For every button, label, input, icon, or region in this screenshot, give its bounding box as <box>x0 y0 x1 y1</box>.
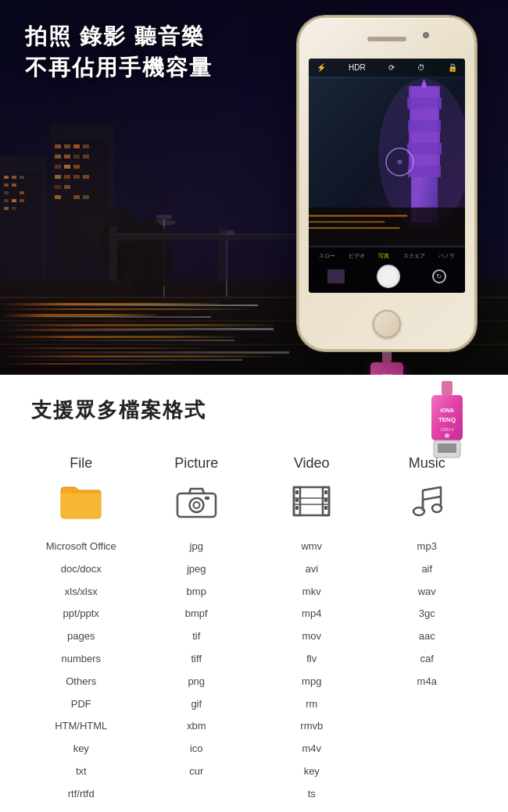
svg-rect-29 <box>64 175 70 179</box>
hero-section: 拍照 錄影 聽音樂 不再佔用手機容量 ⚡ HDR ⟳ <box>0 0 508 375</box>
format-item: rtf/rtfd <box>27 783 135 806</box>
svg-rect-87 <box>309 227 400 229</box>
format-item: bmpf <box>143 603 251 625</box>
svg-rect-18 <box>64 144 70 148</box>
format-item: aac <box>374 625 481 648</box>
svg-rect-55 <box>0 359 242 361</box>
music-icon <box>406 483 449 520</box>
svg-rect-54 <box>0 351 289 354</box>
svg-rect-46 <box>0 336 234 338</box>
svg-rect-62 <box>145 258 152 297</box>
format-item: gif <box>143 693 251 716</box>
format-item: caf <box>374 648 481 671</box>
format-item: txt <box>27 760 135 783</box>
svg-rect-9 <box>20 191 24 194</box>
format-section: File Microsoft Office doc/docx xls/xlsx … <box>0 455 508 812</box>
file-col-header: File <box>59 455 102 520</box>
svg-point-99 <box>189 498 203 512</box>
mode-pano: パノラ <box>438 252 455 260</box>
svg-rect-35 <box>73 195 80 199</box>
format-item: pages <box>27 625 135 648</box>
svg-rect-44 <box>0 324 274 326</box>
svg-rect-14 <box>12 207 16 210</box>
usb-body: iONA TENQ USB2.0 <box>370 362 403 375</box>
shutter-button[interactable] <box>377 265 400 288</box>
camera-ui: ⚡ HDR ⟳ ⏱ 🔒 <box>309 59 465 293</box>
format-item: tiff <box>143 648 251 671</box>
music-column: Music mp3 aif wav 3gc aac caf m4a <box>370 455 485 812</box>
svg-rect-31 <box>83 175 89 179</box>
svg-rect-107 <box>295 506 299 510</box>
svg-rect-108 <box>324 490 327 494</box>
format-item: ico <box>143 738 251 760</box>
mode-slow: スロー <box>319 252 335 260</box>
svg-rect-25 <box>55 165 61 169</box>
flip-icon: ↻ <box>436 272 442 280</box>
phone-screen-inner: ⚡ HDR ⟳ ⏱ 🔒 <box>309 59 465 293</box>
format-item: png <box>143 671 251 693</box>
format-grid: File Microsoft Office doc/docx xls/xlsx … <box>23 455 485 812</box>
format-item: Microsoft Office <box>27 536 135 558</box>
format-item: rmvb <box>258 715 366 738</box>
format-item: mpg <box>258 671 366 693</box>
svg-rect-98 <box>177 493 216 517</box>
lightning-connector <box>382 350 392 362</box>
format-item: ts <box>258 783 366 806</box>
camera-modes-bar: スロー ビデオ 写真 スクエア パノラ <box>312 252 462 260</box>
usb-brand-text: iONA TENQ USB2.0 <box>378 372 395 375</box>
svg-text:USB2.0: USB2.0 <box>440 427 453 432</box>
phone-home-button[interactable] <box>373 310 401 338</box>
phone-screen: ⚡ HDR ⟳ ⏱ 🔒 <box>309 59 465 293</box>
picture-col-title: Picture <box>174 455 218 472</box>
svg-rect-101 <box>205 497 209 500</box>
format-item: ppt/pptx <box>27 603 135 625</box>
format-item: PDF <box>27 693 135 716</box>
file-folder-icon <box>59 483 102 520</box>
svg-rect-67 <box>109 226 117 281</box>
format-item: wmv <box>258 536 366 558</box>
format-item: bmp <box>143 581 251 604</box>
camera-bottom-controls: スロー ビデオ 写真 スクエア パノラ <box>309 248 465 293</box>
format-item: flv <box>258 648 366 671</box>
format-item: wmv <box>258 806 366 812</box>
picture-col-header: Picture <box>174 455 218 520</box>
format-item: zip <box>27 806 135 812</box>
svg-rect-28 <box>55 175 61 179</box>
svg-rect-90 <box>442 381 453 395</box>
camera-flash-icon: ⚡ <box>317 63 326 72</box>
svg-rect-96 <box>438 443 456 453</box>
svg-rect-86 <box>309 221 385 223</box>
format-item: mkv <box>258 581 366 604</box>
mode-photo: 写真 <box>378 252 389 260</box>
svg-rect-12 <box>20 199 24 202</box>
svg-rect-6 <box>4 183 9 187</box>
camera-scene-svg <box>309 77 465 248</box>
svg-rect-84 <box>309 208 465 246</box>
hero-line1: 拍照 錄影 聽音樂 <box>25 22 213 52</box>
svg-rect-85 <box>309 215 407 216</box>
section-header: 支援眾多檔案格式 iONA TENQ USB2.0 <box>0 375 508 455</box>
svg-rect-17 <box>55 144 61 148</box>
format-item: key <box>258 760 366 783</box>
mode-video: ビデオ <box>349 252 365 260</box>
svg-rect-11 <box>12 199 16 202</box>
svg-rect-34 <box>55 195 61 199</box>
camera-rotate-icon: ⟳ <box>388 63 395 72</box>
svg-rect-24 <box>83 155 89 158</box>
svg-rect-8 <box>4 191 9 194</box>
usb-product-svg: iONA TENQ USB2.0 <box>416 381 478 467</box>
svg-rect-110 <box>324 506 327 510</box>
svg-rect-10 <box>4 199 9 202</box>
svg-rect-4 <box>12 176 16 179</box>
mode-square: スクエア <box>403 252 425 260</box>
video-column: Video wmv avi <box>254 455 370 812</box>
picture-column: Picture jpg jpeg bmp bmpf tif tiff png g <box>139 455 255 812</box>
camera-flip-button[interactable]: ↻ <box>432 269 446 283</box>
phone-outer-shell: ⚡ HDR ⟳ ⏱ 🔒 <box>297 16 477 351</box>
svg-text:iONA: iONA <box>440 408 454 413</box>
svg-rect-19 <box>73 144 80 148</box>
video-format-list: wmv avi mkv mp4 mov flv mpg rm rmvb m4v … <box>258 536 366 812</box>
section-title: 支援眾多檔案格式 <box>31 397 477 424</box>
format-item: jpeg <box>143 558 251 581</box>
camera-lock-icon: 🔒 <box>448 63 457 72</box>
